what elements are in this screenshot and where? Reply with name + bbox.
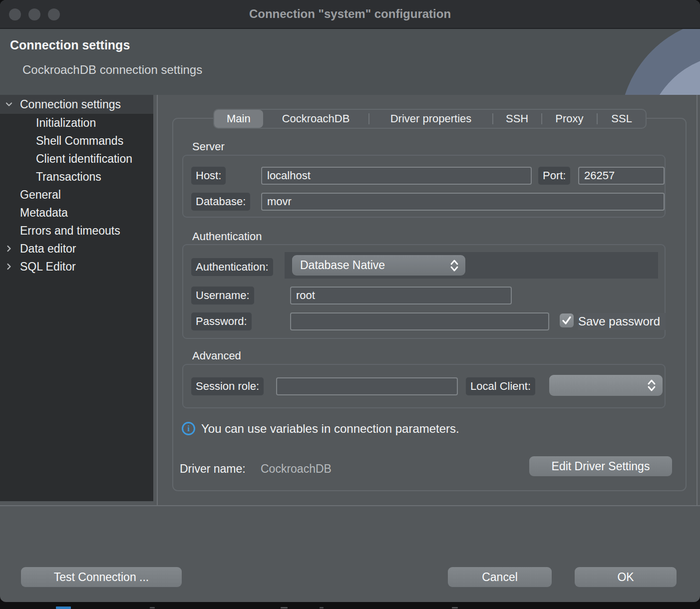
- ok-button[interactable]: OK: [575, 567, 677, 587]
- save-password-checkbox[interactable]: [560, 313, 574, 327]
- close-window-button[interactable]: [9, 8, 21, 20]
- test-connection-button[interactable]: Test Connection ...: [21, 567, 182, 587]
- tab-ssh[interactable]: SSH: [493, 110, 541, 128]
- tree-item-initialization[interactable]: Initialization: [0, 114, 153, 132]
- connection-configuration-dialog: Connection "system" configuration Connec…: [0, 0, 700, 602]
- database-label: Database:: [191, 193, 250, 211]
- dock-artifact: [281, 607, 288, 609]
- driver-name-label: Driver name:: [180, 462, 246, 476]
- tree-item-errors-and-timeouts[interactable]: Errors and timeouts: [0, 222, 153, 240]
- dock-artifact: [452, 607, 458, 609]
- authentication-group-label: Authentication: [192, 230, 262, 243]
- tree-item-label: Connection settings: [20, 98, 121, 111]
- port-label: Port:: [538, 167, 570, 185]
- database-input[interactable]: [261, 193, 665, 211]
- minimize-window-button[interactable]: [28, 8, 40, 20]
- server-group-label: Server: [192, 140, 225, 153]
- right-edge-line: [697, 95, 698, 505]
- decorative-swoosh: [570, 29, 700, 95]
- dock-artifact: [56, 607, 71, 609]
- tab-cockroachdb[interactable]: CockroachDB: [263, 110, 369, 128]
- password-input[interactable]: [290, 312, 549, 330]
- username-label: Username:: [191, 287, 254, 304]
- local-client-label: Local Client:: [466, 377, 535, 395]
- advanced-group-label: Advanced: [192, 349, 241, 362]
- sidebar-divider: [157, 95, 158, 505]
- tree-item-transactions[interactable]: Transactions: [0, 168, 153, 186]
- authentication-method-label: Authentication:: [191, 258, 273, 276]
- tree-item-label: Client identification: [36, 152, 132, 166]
- select-arrows-icon: [647, 378, 657, 392]
- session-role-input[interactable]: [276, 377, 458, 395]
- tree-item-label: Transactions: [36, 170, 101, 184]
- page-subtitle: CockroachDB connection settings: [22, 63, 202, 77]
- tab-bar: Main CockroachDB Driver properties SSH P…: [213, 109, 647, 129]
- tree-item-label: Shell Commands: [36, 134, 123, 148]
- window-title: Connection "system" configuration: [0, 0, 700, 28]
- tree-item-data-editor[interactable]: Data editor: [0, 240, 153, 258]
- save-password-label: Save password: [578, 313, 666, 330]
- settings-tree: Connection settings Initialization Shell…: [0, 95, 153, 501]
- tree-item-metadata[interactable]: Metadata: [0, 204, 153, 222]
- tree-item-label: SQL Editor: [20, 260, 76, 274]
- checkmark-icon: [561, 314, 573, 326]
- tab-main[interactable]: Main: [214, 110, 263, 128]
- screen: Connection "system" configuration Connec…: [0, 0, 700, 609]
- info-text: You can use variables in connection para…: [201, 421, 459, 436]
- tree-item-general[interactable]: General: [0, 186, 153, 204]
- selected-option-label: Database Native: [300, 259, 385, 272]
- host-input[interactable]: [261, 167, 532, 185]
- desktop-background-sliver: [0, 602, 700, 609]
- select-arrows-icon: [449, 259, 459, 273]
- local-client-select[interactable]: [549, 375, 663, 396]
- driver-name-value: CockroachDB: [261, 462, 332, 476]
- footer-divider: [0, 505, 700, 506]
- tree-item-label: Initialization: [36, 116, 96, 130]
- chevron-right-icon[interactable]: [4, 244, 13, 253]
- tree-item-label: Metadata: [20, 206, 68, 220]
- tab-proxy[interactable]: Proxy: [542, 110, 597, 128]
- page-title: Connection settings: [10, 38, 130, 52]
- cancel-button[interactable]: Cancel: [448, 567, 552, 587]
- dock-artifact: [320, 607, 324, 609]
- port-input[interactable]: [578, 167, 665, 185]
- tree-item-connection-settings[interactable]: Connection settings: [0, 95, 153, 114]
- tree-item-client-identification[interactable]: Client identification: [0, 150, 153, 168]
- tree-item-sql-editor[interactable]: SQL Editor: [0, 258, 153, 276]
- password-label: Password:: [191, 312, 252, 330]
- host-label: Host:: [191, 167, 226, 185]
- dialog-header: Connection settings CockroachDB connecti…: [0, 29, 700, 95]
- dock-artifact: [150, 607, 155, 609]
- username-input[interactable]: [290, 287, 512, 304]
- title-bar: Connection "system" configuration: [0, 0, 700, 29]
- chevron-down-icon[interactable]: [4, 100, 13, 109]
- edit-driver-settings-button[interactable]: Edit Driver Settings: [529, 456, 672, 476]
- tab-driver-properties[interactable]: Driver properties: [369, 110, 492, 128]
- session-role-label: Session role:: [191, 377, 264, 395]
- chevron-right-icon[interactable]: [4, 262, 13, 271]
- info-icon: i: [182, 422, 195, 435]
- tree-item-label: Data editor: [20, 242, 76, 256]
- authentication-method-select[interactable]: Database Native: [292, 255, 465, 276]
- tab-ssl[interactable]: SSL: [598, 110, 646, 128]
- zoom-window-button[interactable]: [48, 8, 60, 20]
- tree-item-label: Errors and timeouts: [20, 224, 120, 238]
- tree-item-label: General: [20, 188, 61, 202]
- tree-item-shell-commands[interactable]: Shell Commands: [0, 132, 153, 150]
